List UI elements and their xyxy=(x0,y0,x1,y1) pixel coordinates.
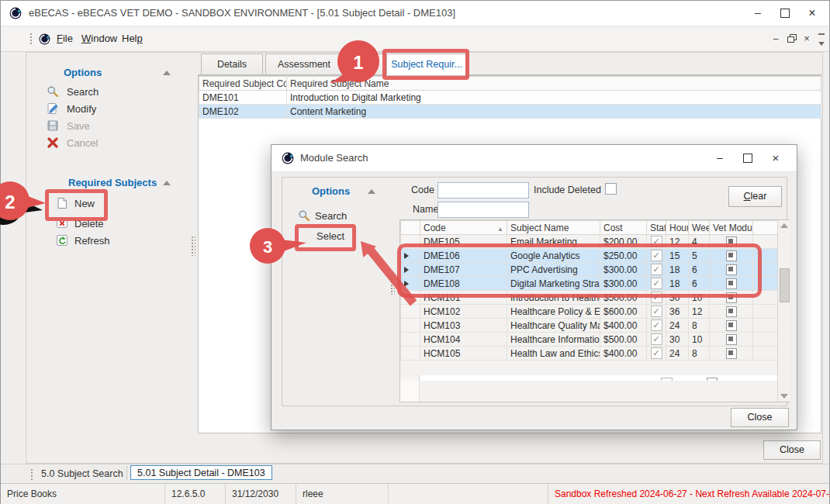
table-row[interactable]: HCM105 Health Law and Ethics $400.00 ✓ 2… xyxy=(401,347,778,361)
vet-module-checkbox[interactable] xyxy=(726,250,737,261)
collapse-icon[interactable] xyxy=(368,189,375,194)
cell-week[interactable]: 5 xyxy=(689,249,710,263)
dialog-action-select[interactable]: Select xyxy=(316,229,344,244)
dialog-maximize-button[interactable] xyxy=(735,145,760,171)
cell-vet-module[interactable] xyxy=(710,347,753,361)
cell-subject-name[interactable]: Healthcare Policy & Economic xyxy=(507,305,600,319)
maximize-button[interactable] xyxy=(771,1,799,25)
cell-week[interactable]: 4 xyxy=(689,235,710,249)
mdi-close-button[interactable]: × xyxy=(800,33,814,45)
menu-window[interactable]: Window xyxy=(77,26,122,51)
vet-module-checkbox[interactable] xyxy=(726,306,737,317)
table-row[interactable]: HCM102 Healthcare Policy & Economic $600… xyxy=(401,305,778,319)
cell-cost[interactable]: $300.00 xyxy=(600,277,647,291)
collapse-icon[interactable] xyxy=(163,181,171,185)
toolbar-grip[interactable] xyxy=(29,33,33,46)
sidebar-item-refresh[interactable]: Refresh xyxy=(74,233,110,249)
vet-module-checkbox[interactable] xyxy=(726,264,737,275)
clear-button[interactable]: Clear xyxy=(728,186,782,207)
tab-partially-hidden[interactable]: s xyxy=(345,54,386,75)
cell-vet-module[interactable] xyxy=(710,249,753,263)
cell-vet-module[interactable] xyxy=(710,277,753,291)
cell-status[interactable]: ✓ xyxy=(647,305,666,319)
column-header-code[interactable]: Code▲ xyxy=(420,221,507,235)
sidebar-item-save[interactable]: Save xyxy=(67,119,90,134)
sidebar-item-delete[interactable]: Delete xyxy=(74,216,104,232)
cell-subject-name[interactable]: Healthcare Information Syst xyxy=(507,333,600,347)
cell-hours[interactable]: 18 xyxy=(666,263,689,277)
dialog-minimize-button[interactable]: – xyxy=(707,145,732,171)
cell-status[interactable]: ✓ xyxy=(647,235,666,249)
vet-module-checkbox[interactable] xyxy=(726,236,737,247)
cell-hours[interactable]: 15 xyxy=(666,249,689,263)
scrollbar-thumb[interactable] xyxy=(780,268,790,302)
cell-name[interactable]: Introduction to Digital Marketing xyxy=(287,91,821,105)
cell-hours[interactable]: 24 xyxy=(666,319,689,333)
tabbar-grip[interactable] xyxy=(30,468,34,480)
table-row[interactable]: DME105 Email Marketing $200.00 ✓ 12 4 xyxy=(401,235,778,249)
table-row-selected[interactable]: DME107 PPC Advertising $300.00 ✓ 18 6 xyxy=(401,263,778,277)
cell-week[interactable]: 8 xyxy=(689,347,710,361)
cell-cost[interactable]: $500.00 xyxy=(600,333,647,347)
table-row[interactable]: HCM103 Healthcare Quality Managem $400.0… xyxy=(401,319,778,333)
column-header-required-subject-name[interactable]: Required Subject Name xyxy=(287,77,821,91)
scroll-up-icon[interactable] xyxy=(780,223,788,228)
tab-subject-requirements[interactable]: Subject Requir... xyxy=(386,54,467,75)
cell-cost[interactable]: $500.00 xyxy=(600,291,647,305)
vet-module-checkbox[interactable] xyxy=(726,278,737,289)
table-row-selected[interactable]: DME106 Google Analytics $250.00 ✓ 15 5 xyxy=(401,249,778,263)
cell-week[interactable]: 6 xyxy=(689,277,710,291)
sidebar-item-new[interactable]: New xyxy=(74,196,95,212)
cell-code[interactable]: DME101 xyxy=(199,91,287,105)
table-row-focused[interactable]: DME108 Digital Marketing Strategy $300.0… xyxy=(401,277,778,291)
mdi-minimize-button[interactable]: – xyxy=(769,33,783,45)
cell-status[interactable]: ✓ xyxy=(647,333,666,347)
sidebar-item-cancel[interactable]: Cancel xyxy=(67,136,98,151)
sidebar-item-search[interactable]: Search xyxy=(67,85,99,100)
cell-subject-name[interactable]: Introduction to Healthcare M xyxy=(507,291,600,305)
options-group-header[interactable]: Options xyxy=(64,67,102,78)
cell-code[interactable]: DME105 xyxy=(420,235,507,249)
dialog-options-group-header[interactable]: Options xyxy=(312,185,350,197)
cell-hours[interactable]: 30 xyxy=(666,291,689,305)
cell-subject-name[interactable]: Health Law and Ethics xyxy=(507,347,600,361)
dialog-close-x-button[interactable]: × xyxy=(763,145,788,171)
column-header-status[interactable]: Status xyxy=(647,221,666,235)
column-header-hours[interactable]: Hours xyxy=(666,221,689,235)
tab-details[interactable]: Details xyxy=(201,54,263,75)
cell-subject-name[interactable]: Healthcare Quality Managem xyxy=(507,319,600,333)
cell-week[interactable]: 12 xyxy=(689,305,710,319)
toolbar-options-dropdown[interactable] xyxy=(814,33,828,46)
tab-assessment[interactable]: Assessment xyxy=(265,54,343,75)
include-deleted-checkbox[interactable] xyxy=(605,183,617,195)
required-subjects-group-header[interactable]: Required Subjects xyxy=(68,177,157,188)
cell-vet-module[interactable] xyxy=(710,319,753,333)
cell-week[interactable]: 8 xyxy=(689,319,710,333)
collapse-icon[interactable] xyxy=(163,71,171,75)
cell-code[interactable]: DME102 xyxy=(199,105,287,119)
close-page-button[interactable]: Close xyxy=(763,440,821,460)
minimize-button[interactable]: – xyxy=(744,1,772,25)
column-header-subject-name[interactable]: Subject Name xyxy=(507,221,600,235)
cell-vet-module[interactable] xyxy=(710,305,753,319)
mdi-restore-button[interactable] xyxy=(784,33,798,45)
cell-cost[interactable]: $600.00 xyxy=(600,305,647,319)
cell-hours[interactable]: 18 xyxy=(666,277,689,291)
vet-module-checkbox[interactable] xyxy=(726,320,737,331)
cell-status[interactable]: ✓ xyxy=(647,263,666,277)
cell-status[interactable]: ✓ xyxy=(647,277,666,291)
cell-hours[interactable]: 24 xyxy=(666,347,689,361)
menu-help[interactable]: Help xyxy=(117,26,147,51)
cell-vet-module[interactable] xyxy=(710,333,753,347)
cell-code[interactable]: HCM103 xyxy=(420,319,507,333)
cell-status[interactable]: ✓ xyxy=(647,291,666,305)
column-header-required-subject-code[interactable]: Required Subject Code xyxy=(199,77,287,91)
column-header-cost[interactable]: Cost xyxy=(600,221,647,235)
cell-code[interactable]: DME106 xyxy=(420,249,507,263)
cell-status[interactable]: ✓ xyxy=(647,319,666,333)
cell-code[interactable]: HCM105 xyxy=(420,347,507,361)
table-row[interactable]: DME101 Introduction to Digital Marketing xyxy=(199,91,821,105)
vet-module-checkbox[interactable] xyxy=(726,348,737,359)
cell-subject-name[interactable]: Email Marketing xyxy=(507,235,600,249)
doc-tab-subject-detail-active[interactable]: 5.01 Subject Detail - DME103 xyxy=(130,465,272,480)
